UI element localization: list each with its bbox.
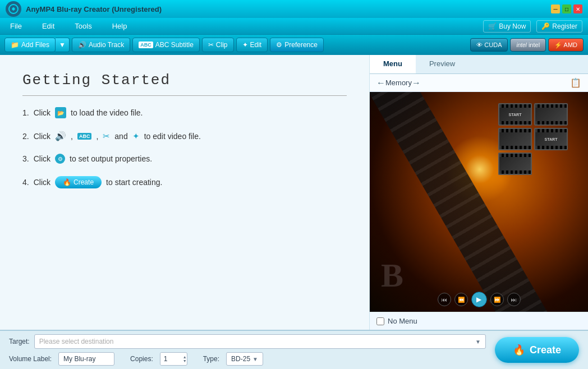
target-label: Target: [9,338,30,345]
left-panel: Getting Started 1. Click 📂 to load the v… [0,55,369,330]
getting-started-title: Getting Started [22,72,347,96]
menu-help[interactable]: Help [108,20,132,33]
menu-right: 🛒 Buy Now 🔑 Register [483,20,582,33]
target-row: Target: Please select destination ▼ [9,334,486,349]
step-4: 4. Click 🔥 Create to start creating. [22,176,347,188]
add-files-group: 📁 Add Files ▼ [4,38,70,52]
skip-fwd-button[interactable]: ⏭ [507,293,521,306]
menu-preview: B START START ⏮ ⏪ ▶ [370,92,588,312]
audio-track-button[interactable]: 🔊 Audio Track [72,38,130,52]
add-files-icon: 📁 [11,41,19,49]
preference-button[interactable]: ⚙ Preference [270,38,324,52]
volume-label: Volume Label: [9,355,52,363]
cuda-icon: 👁 [476,41,483,48]
gear-icon: ⚙ [276,41,282,49]
fields-row: Volume Label: Copies: ▲ ▼ Type: BD-25 ▼ [9,352,486,366]
subtitle-step-icon: ABC [77,133,92,140]
subtitle-icon: ABC [139,41,153,48]
menu-tabs: Menu Preview [370,55,588,74]
create-inline-button[interactable]: 🔥 Create [55,176,102,188]
clip-icon: ✂ [208,41,214,49]
subtitle-button[interactable]: ABC ABC Subtitle [132,38,200,52]
thumb-3 [498,128,532,150]
copies-up-button[interactable]: ▲ [183,355,187,359]
create-button[interactable]: 🔥 Create [495,337,579,363]
letter-b: B [381,256,403,295]
load-icon: 📂 [55,107,66,118]
menubar: File Edit Tools Help 🛒 Buy Now 🔑 Registe… [0,18,588,35]
nav-prev-button[interactable]: ← [376,78,385,88]
buy-now-button[interactable]: 🛒 Buy Now [483,20,531,33]
cuda-button[interactable]: 👁 CUDA [470,38,508,52]
step-1: 1. Click 📂 to load the video file. [22,107,347,118]
flame-icon: 🔥 [513,344,525,356]
target-placeholder: Please select destination [39,338,114,345]
type-value: BD-25 [231,355,250,363]
thumb-1: START [498,103,532,126]
type-label: Type: [203,355,219,363]
tab-preview[interactable]: Preview [416,55,468,73]
menu-tools[interactable]: Tools [70,20,96,33]
nav-next-button[interactable]: → [412,78,421,88]
add-files-button[interactable]: 📁 Add Files [4,38,56,52]
no-menu-label: No Menu [388,317,417,325]
no-menu-checkbox[interactable] [376,317,384,325]
tab-menu[interactable]: Menu [370,55,416,73]
intel-icon: intel [516,42,526,48]
bottom-bar: Target: Please select destination ▼ Volu… [0,330,588,369]
register-button[interactable]: 🔑 Register [536,20,582,33]
playback-controls: ⏮ ⏪ ▶ ⏩ ⏭ [438,292,521,307]
audio-icon: 🔊 [78,41,86,49]
thumb-2 [534,103,568,126]
clip-step-icon: ✂ [103,131,110,141]
copies-down-button[interactable]: ▼ [183,359,187,363]
titlebar: AnyMP4 Blu-ray Creator (Unregistered) ─ … [0,0,588,18]
next-button[interactable]: ⏩ [490,293,504,306]
edit-step-icon: ✦ [132,131,140,141]
step-2: 2. Click 🔊 , ABC , ✂ and ✦ to edit video… [22,131,347,141]
bottom-fields: Target: Please select destination ▼ Volu… [9,334,486,366]
no-menu-row: No Menu [370,312,588,330]
type-arrow: ▼ [252,356,258,362]
cart-icon: 🛒 [488,22,497,30]
app-logo [6,1,21,17]
intel-button[interactable]: intel intel [510,38,546,52]
type-dropdown[interactable]: BD-25 ▼ [226,352,263,366]
key-icon: 🔑 [541,22,550,30]
copies-input[interactable] [160,353,183,365]
menu-nav: ← Memory → 📋 [370,74,588,92]
target-dropdown[interactable]: Please select destination ▼ [34,334,486,349]
skip-back-button[interactable]: ⏮ [438,293,451,306]
thumb-4: START [534,128,568,150]
menu-file[interactable]: File [6,20,26,33]
thumb-5 [498,153,532,175]
target-dropdown-arrow: ▼ [475,339,481,345]
step-3: 3. Click ⚙ to set output properties. [22,154,347,164]
menu-edit[interactable]: Edit [38,20,59,33]
clip-button[interactable]: ✂ Clip [202,38,234,52]
audio-step-icon: 🔊 [55,131,66,141]
main-area: Getting Started 1. Click 📂 to load the v… [0,55,588,330]
app-title: AnyMP4 Blu-ray Creator (Unregistered) [26,5,162,13]
close-button[interactable]: ✕ [573,4,582,13]
copies-label: Copies: [130,355,153,363]
amd-icon: ⚡ [554,41,562,48]
edit-button[interactable]: ✦ Edit [236,38,268,52]
minimize-button[interactable]: ─ [551,4,560,13]
amd-button[interactable]: ⚡ AMD [548,38,584,52]
toolbar: 📁 Add Files ▼ 🔊 Audio Track ABC ABC Subt… [0,35,588,55]
play-button[interactable]: ▶ [471,292,487,307]
maximize-button[interactable]: □ [562,4,571,13]
nav-title: Memory [385,79,412,87]
volume-input[interactable] [58,352,114,366]
preview-background: B START START ⏮ ⏪ ▶ [370,92,588,312]
thumbnail-grid: START START [498,103,582,175]
acceleration-buttons: 👁 CUDA intel intel ⚡ AMD [470,38,584,52]
export-icon[interactable]: 📋 [570,77,581,88]
add-files-dropdown-button[interactable]: ▼ [56,38,70,52]
title-left: AnyMP4 Blu-ray Creator (Unregistered) [6,1,162,17]
pref-step-icon: ⚙ [55,154,65,164]
prev-button[interactable]: ⏪ [454,293,468,306]
window-controls: ─ □ ✕ [551,4,582,13]
copies-field: ▲ ▼ [160,352,187,366]
